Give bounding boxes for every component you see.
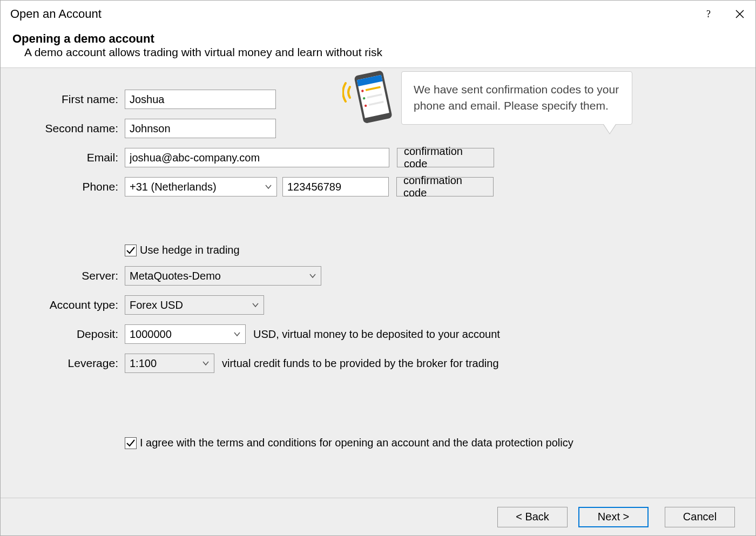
server-value: MetaQuotes-Demo (130, 270, 221, 282)
back-button[interactable]: < Back (497, 507, 568, 527)
leverage-select[interactable]: 1:100 (125, 354, 214, 373)
email-confirmation-input[interactable]: confirmation code (397, 148, 494, 167)
deposit-label: Deposit: (17, 328, 125, 341)
agree-checkbox[interactable] (125, 437, 137, 449)
subheader-title: Opening a demo account (12, 32, 755, 46)
chevron-down-icon (252, 301, 259, 309)
email-label: Email: (17, 151, 125, 164)
agree-checkbox-label: I agree with the terms and conditions fo… (140, 437, 573, 449)
deposit-value: 1000000 (130, 328, 172, 341)
leverage-hint: virtual credit funds to be provided by t… (222, 357, 499, 370)
check-icon (126, 438, 136, 448)
phone-country-value: +31 (Netherlands) (130, 181, 217, 193)
help-button[interactable]: ? (693, 1, 724, 28)
deposit-select[interactable]: 1000000 (125, 324, 246, 344)
hedge-checkbox[interactable] (125, 245, 137, 256)
phone-label: Phone: (17, 180, 125, 193)
tooltip-text: We have sent confirmation codes to your … (414, 83, 619, 112)
first-name-input[interactable] (125, 90, 276, 109)
footer: < Back Next > Cancel (1, 498, 755, 535)
second-name-input[interactable] (125, 119, 276, 138)
chevron-down-icon (309, 272, 316, 280)
account-type-select[interactable]: Forex USD (125, 295, 264, 315)
phone-confirmation-input[interactable]: confirmation code (396, 177, 494, 196)
confirmation-tooltip: We have sent confirmation codes to your … (401, 71, 632, 125)
svg-text:?: ? (706, 10, 711, 18)
help-icon: ? (704, 10, 713, 18)
subheader: Opening a demo account A demo account al… (1, 28, 755, 67)
chevron-down-icon (265, 183, 272, 191)
phone-country-select[interactable]: +31 (Netherlands) (125, 177, 277, 196)
leverage-value: 1:100 (130, 357, 157, 370)
first-name-label: First name: (17, 93, 125, 106)
chevron-down-icon (202, 359, 210, 367)
phone-number-input[interactable] (282, 177, 389, 196)
cancel-button[interactable]: Cancel (665, 507, 735, 527)
form-body: We have sent confirmation codes to your … (1, 68, 755, 498)
next-button[interactable]: Next > (578, 507, 649, 527)
close-icon (735, 10, 744, 18)
email-input[interactable] (125, 148, 389, 167)
check-icon (126, 246, 136, 255)
titlebar: Open an Account ? (1, 1, 755, 28)
server-label: Server: (17, 269, 125, 282)
second-name-label: Second name: (17, 122, 125, 135)
close-button[interactable] (724, 1, 755, 28)
account-type-value: Forex USD (130, 299, 183, 311)
phone-illustration (342, 68, 396, 130)
window-title: Open an Account (10, 7, 693, 21)
server-select[interactable]: MetaQuotes-Demo (125, 266, 321, 286)
subheader-description: A demo account allows trading with virtu… (24, 46, 755, 59)
deposit-hint: USD, virtual money to be deposited to yo… (253, 328, 500, 341)
hedge-checkbox-label: Use hedge in trading (140, 244, 240, 256)
account-type-label: Account type: (17, 298, 125, 311)
leverage-label: Leverage: (17, 357, 125, 370)
chevron-down-icon (233, 330, 241, 338)
